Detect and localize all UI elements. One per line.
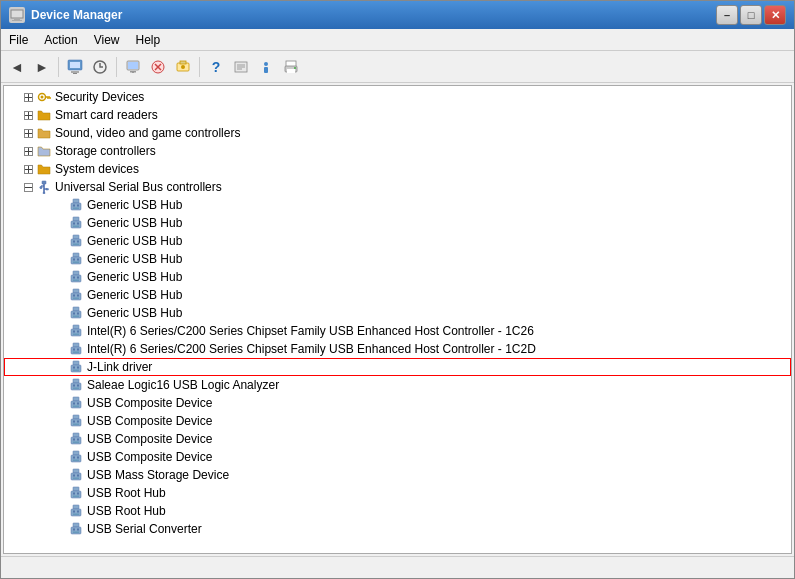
svg-rect-136	[73, 478, 79, 480]
svg-rect-89	[73, 313, 75, 315]
tree-label-serial: USB Serial Converter	[87, 520, 202, 538]
tree-item-hub1[interactable]: Generic USB Hub	[4, 196, 791, 214]
menu-bar: File Action View Help	[1, 29, 794, 51]
tree-item-roothub1[interactable]: USB Root Hub	[4, 484, 791, 502]
device-icon-hub3	[68, 233, 84, 249]
tree-item-sound[interactable]: Sound, video and game controllers	[4, 124, 791, 142]
svg-rect-60	[77, 205, 79, 207]
toolbar-separator-1	[58, 57, 59, 77]
resources-button[interactable]	[229, 55, 253, 79]
svg-rect-71	[73, 244, 79, 246]
tree-expander-system[interactable]	[20, 161, 36, 177]
svg-rect-140	[77, 493, 79, 495]
device-icon-roothub1	[68, 485, 84, 501]
tree-item-hub4[interactable]: Generic USB Hub	[4, 250, 791, 268]
menu-action[interactable]: Action	[36, 31, 85, 49]
tree-item-smartcard[interactable]: Smart card readers	[4, 106, 791, 124]
svg-rect-100	[77, 349, 79, 351]
tree-expander-usb[interactable]	[20, 179, 36, 195]
tree-item-intel1[interactable]: Intel(R) 6 Series/C200 Series Chipset Fa…	[4, 322, 791, 340]
svg-rect-55	[46, 189, 48, 191]
tree-item-serial[interactable]: USB Serial Converter	[4, 520, 791, 538]
tree-item-saleae[interactable]: Saleae Logic16 USB Logic Analyzer	[4, 376, 791, 394]
tree-label-hub7: Generic USB Hub	[87, 304, 182, 322]
tree-item-comp2[interactable]: USB Composite Device	[4, 412, 791, 430]
tree-label-comp1: USB Composite Device	[87, 394, 212, 412]
tree-label-intel2: Intel(R) 6 Series/C200 Series Chipset Fa…	[87, 340, 536, 358]
svg-rect-125	[77, 439, 79, 441]
tree-item-comp1[interactable]: USB Composite Device	[4, 394, 791, 412]
tree-item-hub3[interactable]: Generic USB Hub	[4, 232, 791, 250]
minimize-button[interactable]: –	[716, 5, 738, 25]
device-icon-hub2	[68, 215, 84, 231]
svg-rect-61	[73, 208, 79, 210]
tree-item-mass[interactable]: USB Mass Storage Device	[4, 466, 791, 484]
device-icon-usb	[36, 179, 52, 195]
svg-rect-105	[77, 367, 79, 369]
svg-rect-109	[73, 385, 75, 387]
back-button[interactable]: ◄	[5, 55, 29, 79]
forward-button[interactable]: ►	[30, 55, 54, 79]
tree-item-comp3[interactable]: USB Composite Device	[4, 430, 791, 448]
tree-label-comp3: USB Composite Device	[87, 430, 212, 448]
tree-item-usb[interactable]: Universal Serial Bus controllers	[4, 178, 791, 196]
svg-rect-145	[77, 511, 79, 513]
tree-item-hub2[interactable]: Generic USB Hub	[4, 214, 791, 232]
update-driver-button[interactable]	[88, 55, 112, 79]
scan-hardware-button[interactable]	[121, 55, 145, 79]
tree-item-comp4[interactable]: USB Composite Device	[4, 448, 791, 466]
tree-item-hub7[interactable]: Generic USB Hub	[4, 304, 791, 322]
tree-label-mass: USB Mass Storage Device	[87, 466, 229, 484]
svg-rect-4	[70, 62, 80, 68]
svg-rect-110	[77, 385, 79, 387]
svg-rect-62	[73, 217, 79, 221]
main-window: Device Manager – □ ✕ File Action View He…	[0, 0, 795, 579]
menu-view[interactable]: View	[86, 31, 128, 49]
svg-rect-85	[77, 295, 79, 297]
window-controls: – □ ✕	[716, 5, 786, 25]
device-icon-mass	[68, 467, 84, 483]
device-tree-panel[interactable]: Security DevicesSmart card readersSound,…	[3, 85, 792, 554]
tree-expander-sound[interactable]	[20, 125, 36, 141]
tree-expander-security[interactable]	[20, 89, 36, 105]
svg-rect-74	[73, 259, 75, 261]
properties-button[interactable]	[63, 55, 87, 79]
tree-item-jlink[interactable]: J-Link driver	[4, 358, 791, 376]
close-button[interactable]: ✕	[764, 5, 786, 25]
svg-rect-146	[73, 514, 79, 516]
tree-expander-storage[interactable]	[20, 143, 36, 159]
tree-item-security[interactable]: Security Devices	[4, 88, 791, 106]
svg-rect-11	[132, 72, 134, 73]
menu-file[interactable]: File	[1, 31, 36, 49]
device-icon-hub1	[68, 197, 84, 213]
tree-label-usb: Universal Serial Bus controllers	[55, 178, 222, 196]
tree-item-hub5[interactable]: Generic USB Hub	[4, 268, 791, 286]
svg-rect-137	[73, 487, 79, 491]
svg-rect-122	[73, 433, 79, 437]
tree-expander-smartcard[interactable]	[20, 107, 36, 123]
export-button[interactable]	[279, 55, 303, 79]
tree-item-intel2[interactable]: Intel(R) 6 Series/C200 Series Chipset Fa…	[4, 340, 791, 358]
svg-rect-142	[73, 505, 79, 509]
tree-item-system[interactable]: System devices	[4, 160, 791, 178]
svg-rect-69	[73, 241, 75, 243]
tree-label-jlink: J-Link driver	[87, 358, 152, 376]
menu-help[interactable]: Help	[128, 31, 169, 49]
svg-rect-134	[73, 475, 75, 477]
svg-rect-91	[73, 316, 79, 318]
maximize-button[interactable]: □	[740, 5, 762, 25]
device-icon-comp1	[68, 395, 84, 411]
driver-info-button[interactable]	[254, 55, 278, 79]
tree-item-storage[interactable]: Storage controllers	[4, 142, 791, 160]
svg-rect-126	[73, 442, 79, 444]
help-button[interactable]: ?	[204, 55, 228, 79]
svg-rect-5	[71, 71, 79, 73]
add-legacy-button[interactable]	[171, 55, 195, 79]
tree-item-roothub2[interactable]: USB Root Hub	[4, 502, 791, 520]
tree-item-hub6[interactable]: Generic USB Hub	[4, 286, 791, 304]
svg-rect-101	[73, 352, 79, 354]
tree-label-smartcard: Smart card readers	[55, 106, 158, 124]
svg-rect-95	[77, 331, 79, 333]
svg-rect-80	[77, 277, 79, 279]
uninstall-button[interactable]	[146, 55, 170, 79]
